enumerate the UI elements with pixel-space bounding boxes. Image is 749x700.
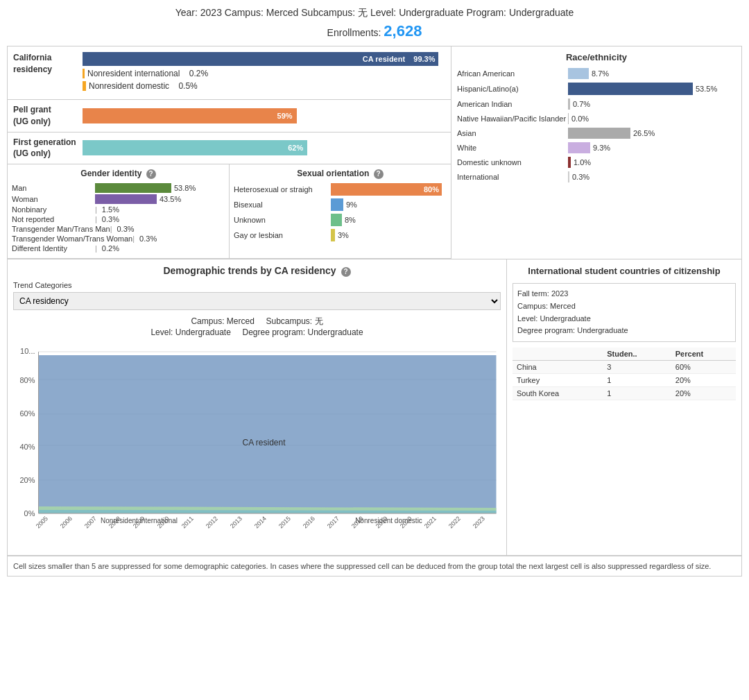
intl-table-row-southkorea: South Korea 1 20% <box>513 386 736 400</box>
nonresident-intl-row: Nonresident international 0.2% <box>83 69 445 78</box>
sexual-help-icon[interactable]: ? <box>374 169 384 179</box>
chart-subtitle: Campus: Merced Subcampus: 无 Level: Under… <box>13 316 501 337</box>
area-chart: 10... 80% 60% 40% 20% 0% CA resident <box>13 341 501 549</box>
pipe4: | <box>132 234 135 243</box>
ca-resident-bar: CA resident 99.3% <box>83 52 438 66</box>
x-2005: 2005 <box>35 515 49 529</box>
firstgen-bar: 62% <box>83 140 307 155</box>
intl-students-southkorea: 1 <box>603 386 671 400</box>
nonresident-intl-bar <box>83 69 85 78</box>
race-native-hawaiian-row: Native Hawaiian/Pacific Islander 0.0% <box>457 113 736 124</box>
race-african-pct: 8.7% <box>592 69 609 78</box>
main-title: Year: 2023 Campus: Merced Subcampus: 无 L… <box>7 7 742 19</box>
gender-transwoman-row: Transgender Woman/Trans Woman | 0.3% <box>12 234 225 243</box>
gender-woman-label: Woman <box>12 195 95 203</box>
x-2012: 2012 <box>205 515 219 529</box>
pell-bar: 59% <box>83 108 297 123</box>
intl-info-box: Fall term: 2023 Campus: Merced Level: Un… <box>513 283 736 341</box>
pipe5: | <box>95 244 97 253</box>
left-panel: Californiaresidency CA resident 99.3% <box>8 46 451 259</box>
pell-grant-section: Pell grant(UG only) 59% <box>8 100 451 133</box>
gender-woman-row: Woman 43.5% <box>12 194 225 204</box>
intl-percent-southkorea: 20% <box>671 386 736 400</box>
race-title: Race/ethnicity <box>457 52 736 62</box>
race-white-bar-wrap: 9.3% <box>568 142 736 153</box>
nonresident-dom-bar <box>83 81 86 91</box>
x-2015: 2015 <box>277 515 292 529</box>
x-2007: 2007 <box>83 515 98 529</box>
intl-table: Studen.. Percent China 3 60% Turkey 1 20… <box>513 348 736 400</box>
gender-woman-pct: 43.5% <box>160 195 181 203</box>
gender-different-row: Different Identity | 0.2% <box>12 244 225 253</box>
gender-different-pct: 0.2% <box>102 244 119 253</box>
race-asian-bar <box>568 128 630 139</box>
ca-resident-area <box>39 355 497 513</box>
race-international-label: International <box>457 173 568 181</box>
pell-bar-wrapper: 59% <box>83 108 445 123</box>
intl-percent-turkey: 20% <box>671 373 736 386</box>
nonresident-dom-wrapper: Nonresident domestic 0.5% <box>83 81 445 91</box>
bottom-section: Demographic trends by CA residency ? Tre… <box>7 259 742 556</box>
orient-unknown-bar <box>331 214 342 226</box>
race-panel: Race/ethnicity African American 8.7% His… <box>451 46 741 259</box>
nonresident-intl-label: Nonresident international 0.2% <box>87 69 208 78</box>
intl-panel: International student countries of citiz… <box>507 259 741 555</box>
pell-grant-label: Pell grant(UG only) <box>13 104 83 128</box>
trend-dropdown[interactable]: CA residency <box>13 292 501 310</box>
orient-gay-pct: 3% <box>338 231 349 239</box>
x-2013: 2013 <box>229 515 243 529</box>
firstgen-pct: 62% <box>288 144 303 152</box>
intl-table-header-percent: Percent <box>671 348 736 361</box>
race-hispanic-pct: 53.5% <box>696 85 717 93</box>
trend-help-icon[interactable]: ? <box>341 267 351 277</box>
orient-bisexual-bar <box>331 198 343 211</box>
race-white-bar <box>568 142 590 153</box>
x-2014: 2014 <box>253 515 268 529</box>
ca-resident-inner-label: CA resident 99.3% <box>363 55 436 63</box>
enrollment-line: Enrollments: 2,628 <box>7 22 742 40</box>
orient-unknown-pct: 8% <box>345 216 356 224</box>
race-panel-inner: Race/ethnicity African American 8.7% His… <box>451 46 741 191</box>
gender-transman-label: Transgender Man/Trans Man <box>12 225 110 233</box>
race-domestic-unknown-pct: 1.0% <box>574 158 591 167</box>
ca-resident-bar-wrapper: CA resident 99.3% <box>83 52 445 66</box>
gender-transwoman-label: Transgender Woman/Trans Woman <box>12 234 132 243</box>
firstgen-label: First generation(UG only) <box>13 137 83 160</box>
gender-nonbinary-pct: 1.5% <box>102 205 119 214</box>
ca-resident-row: CA resident 99.3% <box>83 52 445 66</box>
gender-help-icon[interactable]: ? <box>146 169 156 179</box>
gender-man-bar <box>95 183 171 193</box>
gender-col: Gender identity ? Man 53.8% Woman 43.5% <box>8 164 230 258</box>
gender-transman-row: Transgender Man/Trans Man | 0.3% <box>12 225 225 233</box>
firstgen-section: First generation(UG only) 62% <box>8 133 451 165</box>
x-2023: 2023 <box>472 515 486 529</box>
gender-notreported-row: Not reported | 0.3% <box>12 215 225 223</box>
top-section: Californiaresidency CA resident 99.3% <box>7 46 742 259</box>
intl-country-southkorea: South Korea <box>513 386 603 400</box>
intl-country-turkey: Turkey <box>513 373 603 386</box>
race-hispanic-bar-wrap: 53.5% <box>568 83 736 95</box>
race-native-hawaiian-label: Native Hawaiian/Pacific Islander <box>457 114 568 123</box>
orient-unknown-row: Unknown 8% <box>234 214 447 226</box>
trend-categories-label: Trend Categories <box>13 281 501 289</box>
ca-resident-area-label: CA resident <box>242 438 286 447</box>
race-african-row: African American 8.7% <box>457 68 736 79</box>
gender-man-row: Man 53.8% <box>12 183 225 193</box>
y-label-100: 10... <box>20 347 35 355</box>
gender-notreported-pct: 0.3% <box>102 215 119 223</box>
race-hispanic-bar <box>568 83 693 95</box>
intl-percent-china: 60% <box>671 360 736 373</box>
sexual-col: Sexual orientation ? Heterosexual or str… <box>230 164 451 258</box>
intl-table-row-turkey: Turkey 1 20% <box>513 373 736 386</box>
race-domestic-unknown-bar-wrap: 1.0% <box>568 157 736 168</box>
x-2022: 2022 <box>447 515 462 529</box>
gender-nonbinary-row: Nonbinary | 1.5% <box>12 205 225 214</box>
gender-transwoman-pct: 0.3% <box>139 234 157 243</box>
race-african-label: African American <box>457 69 568 78</box>
intl-table-row-china: China 3 60% <box>513 360 736 373</box>
orient-gay-label: Gay or lesbian <box>234 231 331 239</box>
race-international-pct: 0.3% <box>572 173 589 181</box>
x-2021: 2021 <box>423 515 438 529</box>
intl-table-header-students: Studen.. <box>603 348 671 361</box>
race-native-hawaiian-pct: 0.0% <box>571 114 589 123</box>
